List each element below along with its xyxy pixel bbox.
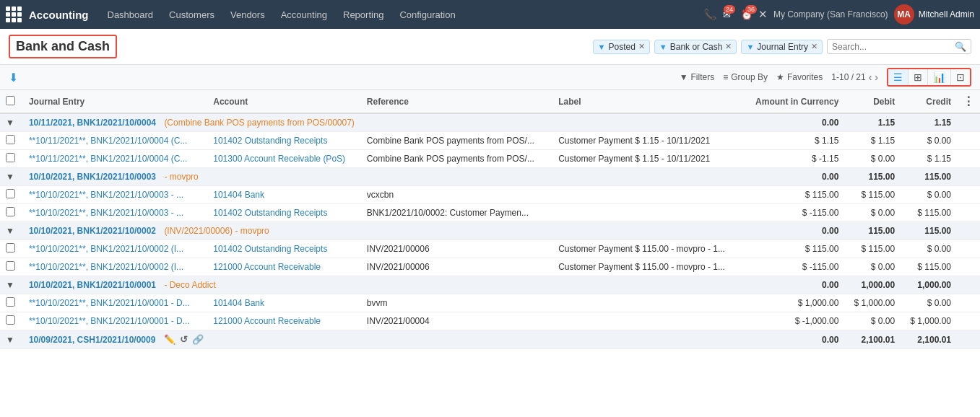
- search-box[interactable]: 🔍: [827, 39, 971, 54]
- row-credit: $ 0.00: [901, 186, 957, 204]
- filter-bar: ▼ Posted ✕ ▼ Bank or Cash ✕ ▼ Journal En…: [124, 39, 971, 54]
- group-entry-label[interactable]: 10/11/2021, BNK1/2021/10/0004: [29, 118, 156, 128]
- row-label: [552, 294, 743, 312]
- filter-posted-remove[interactable]: ✕: [638, 42, 645, 51]
- row-checkbox-cell: [0, 186, 23, 204]
- row-checkbox[interactable]: [6, 315, 15, 325]
- row-account[interactable]: 101402 Outstanding Receipts: [207, 132, 361, 150]
- row-checkbox[interactable]: [6, 297, 15, 307]
- group-chevron-icon[interactable]: ▼: [6, 335, 14, 345]
- pivot-view-button[interactable]: ⊡: [951, 69, 970, 85]
- apps-grid-icon[interactable]: [6, 6, 22, 22]
- row-journal-entry[interactable]: **10/10/2021**, BNK1/2021/10/0003 - ...: [23, 186, 207, 204]
- row-credit: $ 0.00: [901, 132, 957, 150]
- group-expand-cell: ▼: [0, 113, 23, 132]
- mail-badge[interactable]: ✉ 24: [723, 9, 731, 20]
- list-view-button[interactable]: ☰: [888, 69, 909, 85]
- row-label: [552, 312, 743, 330]
- group-debit: 115.00: [844, 222, 901, 240]
- menu-reporting[interactable]: Reporting: [336, 6, 391, 23]
- menu-configuration[interactable]: Configuration: [392, 6, 462, 23]
- row-debit: $ 0.00: [844, 258, 901, 276]
- kanban-view-button[interactable]: ⊞: [909, 69, 928, 85]
- row-checkbox[interactable]: [6, 153, 15, 162]
- edit-icon[interactable]: ✏️: [164, 334, 175, 345]
- group-chevron-icon[interactable]: ▼: [6, 280, 14, 290]
- row-account[interactable]: 101404 Bank: [207, 294, 361, 312]
- prev-page-button[interactable]: ‹: [869, 71, 872, 83]
- user-menu[interactable]: MA Mitchell Admin: [894, 4, 974, 25]
- group-chevron-icon[interactable]: ▼: [6, 118, 14, 128]
- filters-button[interactable]: ▼ Filters: [680, 72, 715, 82]
- row-checkbox[interactable]: [6, 189, 15, 198]
- group-entry-label[interactable]: 10/10/2021, BNK1/2021/10/0001: [29, 280, 156, 290]
- row-debit: $ 115.00: [844, 240, 901, 258]
- row-account[interactable]: 121000 Account Receivable: [207, 312, 361, 330]
- row-account[interactable]: 101404 Bank: [207, 186, 361, 204]
- row-account[interactable]: 101402 Outstanding Receipts: [207, 240, 361, 258]
- row-amount-currency: $ -115.00: [743, 258, 844, 276]
- menu-accounting[interactable]: Accounting: [274, 6, 334, 23]
- row-journal-entry[interactable]: **10/10/2021**, BNK1/2021/10/0001 - D...: [23, 294, 207, 312]
- activity-badge[interactable]: ⏰ 36: [741, 9, 753, 20]
- menu-vendors[interactable]: Vendors: [223, 6, 272, 23]
- group-entry-label[interactable]: 10/09/2021, CSH1/2021/10/0009: [29, 335, 155, 345]
- filter-journal-remove[interactable]: ✕: [811, 42, 818, 51]
- graph-view-button[interactable]: 📊: [928, 69, 951, 85]
- row-debit: $ 0.00: [844, 204, 901, 222]
- close-icon[interactable]: ✕: [758, 8, 768, 21]
- group-debit: 2,100.01: [844, 330, 901, 349]
- app-brand: Accounting: [29, 9, 89, 21]
- group-action-cell: [957, 222, 980, 240]
- row-journal-entry[interactable]: **10/11/2021**, BNK1/2021/10/0004 (C...: [23, 150, 207, 168]
- journal-table: Journal Entry Account Reference Label Am…: [0, 90, 980, 349]
- row-checkbox[interactable]: [6, 243, 15, 253]
- search-input[interactable]: [832, 42, 955, 52]
- group-entry-label[interactable]: 10/10/2021, BNK1/2021/10/0003: [29, 172, 156, 182]
- favorites-button[interactable]: ★ Favorites: [776, 72, 823, 82]
- row-journal-entry[interactable]: **10/11/2021**, BNK1/2021/10/0004 (C...: [23, 132, 207, 150]
- filter-bank-remove[interactable]: ✕: [725, 42, 732, 51]
- phone-icon[interactable]: 📞: [703, 8, 717, 21]
- filter-bank-label: Bank or Cash: [670, 42, 723, 52]
- row-debit: $ 0.00: [844, 312, 901, 330]
- topnav-right: 📞 ✉ 24 ⏰ 36 ✕ My Company (San Francisco)…: [703, 4, 974, 25]
- row-journal-entry[interactable]: **10/10/2021**, BNK1/2021/10/0002 (I...: [23, 258, 207, 276]
- row-journal-entry[interactable]: **10/10/2021**, BNK1/2021/10/0003 - ...: [23, 204, 207, 222]
- row-reference: INV/2021/00006: [361, 258, 552, 276]
- group-chevron-icon[interactable]: ▼: [6, 226, 14, 236]
- groupby-button[interactable]: ≡ Group By: [723, 72, 768, 82]
- group-entry-label[interactable]: 10/10/2021, BNK1/2021/10/0002: [29, 226, 156, 236]
- row-account[interactable]: 101300 Account Receivable (PoS): [207, 150, 361, 168]
- row-credit: $ 115.00: [901, 204, 957, 222]
- group-chevron-icon[interactable]: ▼: [6, 172, 14, 182]
- row-checkbox[interactable]: [6, 135, 15, 144]
- group-row: ▼ 10/11/2021, BNK1/2021/10/0004 (Combine…: [0, 113, 980, 132]
- row-amount-currency: $ 115.00: [743, 240, 844, 258]
- refresh-icon[interactable]: ↺: [180, 334, 188, 345]
- menu-dashboard[interactable]: Dashboard: [100, 6, 161, 23]
- menu-customers[interactable]: Customers: [162, 6, 222, 23]
- row-checkbox[interactable]: [6, 207, 15, 216]
- row-credit: $ 1,000.00: [901, 312, 957, 330]
- row-action: [957, 186, 980, 204]
- row-debit: $ 115.00: [844, 186, 901, 204]
- row-amount-currency: $ 1.15: [743, 132, 844, 150]
- row-journal-entry[interactable]: **10/10/2021**, BNK1/2021/10/0001 - D...: [23, 312, 207, 330]
- group-note: - movpro: [164, 172, 198, 182]
- group-amount-currency: 0.00: [743, 222, 844, 240]
- column-options-button[interactable]: ⋮: [963, 95, 974, 107]
- table-row: **10/11/2021**, BNK1/2021/10/0004 (C... …: [0, 132, 980, 150]
- row-checkbox[interactable]: [6, 261, 15, 271]
- company-name: My Company (San Francisco): [773, 9, 888, 19]
- toolbar: ⬇ ▼ Filters ≡ Group By ★ Favorites 1-10 …: [0, 65, 980, 90]
- select-all-checkbox[interactable]: [6, 96, 15, 105]
- filters-label: Filters: [691, 72, 715, 82]
- row-account[interactable]: 101402 Outstanding Receipts: [207, 204, 361, 222]
- link-icon[interactable]: 🔗: [192, 334, 204, 345]
- filter-tag-bank: ▼ Bank or Cash ✕: [654, 40, 737, 54]
- row-account[interactable]: 121000 Account Receivable: [207, 258, 361, 276]
- download-icon[interactable]: ⬇: [9, 71, 18, 84]
- row-journal-entry[interactable]: **10/10/2021**, BNK1/2021/10/0002 (I...: [23, 240, 207, 258]
- next-page-button[interactable]: ›: [875, 71, 878, 83]
